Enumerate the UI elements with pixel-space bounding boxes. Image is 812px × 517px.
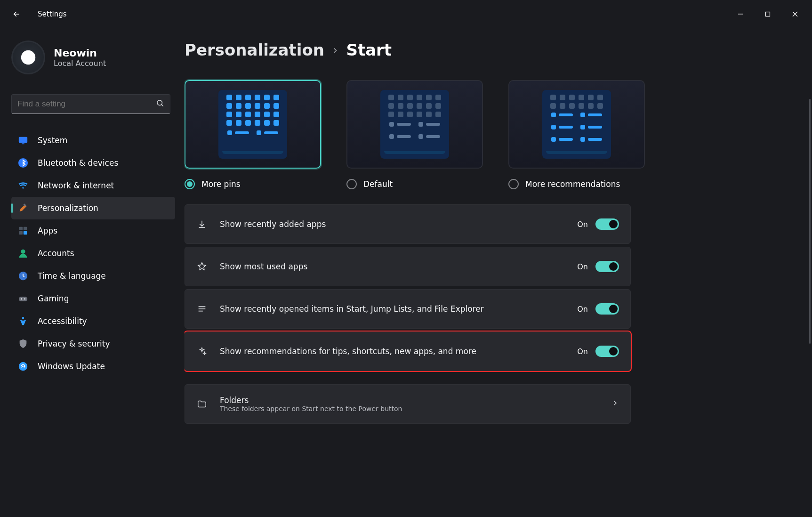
accessibility-icon: [18, 316, 28, 326]
radio-icon: [508, 179, 519, 189]
monitor-icon: [18, 135, 28, 145]
svg-point-14: [21, 299, 22, 300]
toggle-state: On: [577, 220, 588, 229]
setting-recently-added-apps[interactable]: Show recently added apps On: [185, 204, 631, 244]
toggle-state: On: [577, 347, 588, 356]
svg-rect-13: [19, 297, 27, 301]
settings-list: Show recently added apps On Show most us…: [185, 204, 631, 424]
setting-label: Show most used apps: [220, 262, 307, 271]
radio-more-recommendations[interactable]: More recommendations: [508, 179, 645, 189]
nav-label: Accessibility: [38, 316, 87, 326]
chevron-right-icon: ›: [333, 43, 338, 57]
nav-label: Accounts: [38, 249, 74, 258]
setting-label: Folders: [220, 396, 402, 405]
minimize-button[interactable]: [730, 7, 751, 22]
setting-label: Show recently added apps: [220, 219, 326, 229]
setting-label: Show recommendations for tips, shortcuts…: [220, 347, 476, 356]
nav-accounts[interactable]: Accounts: [11, 242, 175, 265]
svg-rect-7: [19, 227, 23, 230]
account-icon: [18, 248, 28, 258]
clock-icon: [18, 271, 28, 281]
breadcrumb-parent[interactable]: Personalization: [185, 40, 324, 59]
radio-label: More pins: [201, 179, 241, 189]
svg-point-17: [19, 362, 27, 371]
maximize-button[interactable]: [757, 7, 778, 22]
radio-label: More recommendations: [525, 179, 620, 189]
svg-rect-9: [19, 231, 23, 234]
setting-recommendations[interactable]: Show recommendations for tips, shortcuts…: [185, 331, 631, 371]
nav-privacy[interactable]: Privacy & security: [11, 332, 175, 355]
nav-personalization[interactable]: Personalization: [11, 197, 175, 219]
svg-point-16: [22, 317, 24, 319]
toggle-switch[interactable]: [595, 261, 619, 272]
nav-label: Network & internet: [38, 181, 114, 190]
close-button[interactable]: [785, 7, 805, 22]
star-icon: [196, 261, 208, 272]
user-info[interactable]: Neowin Local Account: [11, 40, 175, 74]
nav-gaming[interactable]: Gaming: [11, 287, 175, 310]
download-icon: [196, 218, 208, 230]
nav-label: System: [38, 136, 67, 145]
sparkle-icon: [196, 346, 208, 357]
setting-sublabel: These folders appear on Start next to th…: [220, 405, 402, 412]
nav-time-language[interactable]: Time & language: [11, 265, 175, 287]
wifi-icon: [18, 180, 28, 191]
folder-icon: [196, 398, 208, 410]
list-icon: [196, 303, 208, 315]
nav-bluetooth[interactable]: Bluetooth & devices: [11, 152, 175, 174]
window-title: Settings: [38, 10, 67, 18]
start-layout-options: More pins: [185, 80, 796, 189]
content: Personalization › Start: [185, 28, 812, 517]
setting-most-used-apps[interactable]: Show most used apps On: [185, 247, 631, 286]
svg-point-11: [21, 250, 25, 254]
svg-rect-3: [19, 137, 27, 143]
radio-icon: [346, 179, 357, 189]
avatar: [11, 40, 45, 74]
nav-label: Time & language: [38, 271, 106, 281]
radio-default[interactable]: Default: [346, 179, 483, 189]
search-input[interactable]: [17, 99, 149, 109]
toggle-switch[interactable]: [595, 303, 619, 315]
radio-label: Default: [363, 179, 393, 189]
breadcrumb: Personalization › Start: [185, 40, 796, 59]
scrollbar[interactable]: [809, 99, 811, 344]
svg-rect-1: [766, 12, 770, 16]
svg-point-15: [24, 299, 25, 300]
layout-option-more-pins[interactable]: [185, 80, 321, 169]
titlebar: Settings: [0, 0, 812, 28]
nav-accessibility[interactable]: Accessibility: [11, 310, 175, 332]
setting-recent-items[interactable]: Show recently opened items in Start, Jum…: [185, 289, 631, 329]
nav-label: Bluetooth & devices: [38, 158, 118, 168]
toggle-switch[interactable]: [595, 346, 619, 357]
svg-rect-8: [24, 227, 27, 230]
update-icon: [18, 361, 28, 372]
chevron-right-icon: [611, 399, 619, 409]
svg-point-2: [157, 100, 162, 105]
back-button[interactable]: [7, 10, 26, 18]
nav-label: Privacy & security: [38, 339, 110, 348]
layout-option-more-recommendations[interactable]: [508, 80, 645, 169]
svg-rect-10: [24, 231, 27, 234]
user-name: Neowin: [54, 47, 106, 59]
nav-windows-update[interactable]: Windows Update: [11, 355, 175, 378]
toggle-state: On: [577, 305, 588, 314]
nav-label: Apps: [38, 226, 57, 235]
setting-folders[interactable]: Folders These folders appear on Start ne…: [185, 384, 631, 424]
window-controls: [730, 7, 805, 22]
nav-apps[interactable]: Apps: [11, 219, 175, 242]
sidebar: Neowin Local Account System Bluetooth & …: [0, 28, 185, 517]
nav-label: Windows Update: [38, 362, 105, 371]
layout-option-default[interactable]: [346, 80, 483, 169]
radio-more-pins[interactable]: More pins: [185, 179, 321, 189]
bluetooth-icon: [18, 158, 28, 168]
search-box[interactable]: [11, 94, 170, 114]
setting-label: Show recently opened items in Start, Jum…: [220, 304, 484, 314]
radio-icon: [185, 179, 195, 189]
nav-network[interactable]: Network & internet: [11, 174, 175, 197]
toggle-switch[interactable]: [595, 218, 619, 230]
nav-label: Personalization: [38, 203, 98, 213]
search-icon: [156, 99, 164, 109]
nav-system[interactable]: System: [11, 129, 175, 152]
shield-icon: [18, 339, 28, 349]
nav-label: Gaming: [38, 294, 69, 303]
